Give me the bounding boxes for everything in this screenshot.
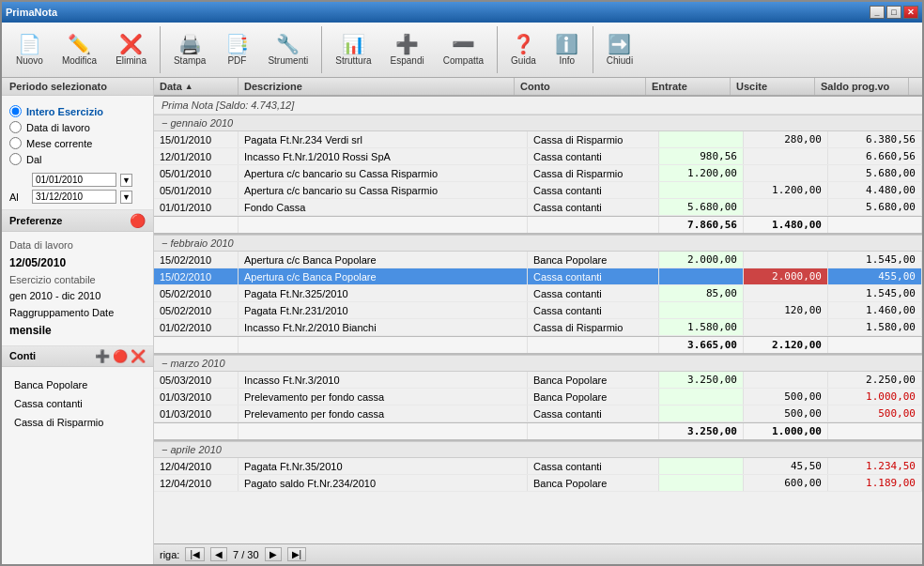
cell-conto: Cassa di Risparmio — [528, 165, 659, 181]
info-icon: ℹ️ — [555, 35, 578, 54]
cell-desc: Pagato saldo Ft.Nr.234/2010 — [239, 475, 528, 491]
cell-uscite — [744, 165, 828, 181]
nav-next-button[interactable]: ▶ — [265, 547, 282, 561]
conti-item-banca-popolare[interactable]: Banca Popolare — [9, 376, 146, 393]
table-row[interactable]: 15/02/2010 Apertura c/c Banca Popolare B… — [154, 252, 922, 268]
nav-last-button[interactable]: ▶| — [287, 547, 307, 561]
riga-label: riga: — [160, 549, 179, 560]
cell-entrate — [659, 389, 744, 405]
dal-dropdown[interactable]: ▼ — [120, 174, 132, 187]
cell-date: 15/01/2010 — [154, 131, 239, 147]
cell-uscite: 120,00 — [744, 302, 828, 318]
conti-item-cassa-contanti[interactable]: Cassa contanti — [9, 395, 146, 412]
dal-input[interactable] — [32, 173, 116, 187]
cell-uscite — [744, 148, 828, 164]
cell-entrate: 980,56 — [659, 148, 744, 164]
prima-nota-header: Prima Nota [Saldo: 4.743,12] — [154, 97, 922, 115]
minimize-button[interactable]: _ — [870, 6, 885, 19]
nuovo-icon: 📄 — [18, 35, 41, 54]
page-info: 7 / 30 — [233, 549, 259, 560]
cell-uscite: 600,00 — [744, 475, 828, 491]
cell-desc: Prelevamento per fondo cassa — [239, 405, 528, 421]
table-row[interactable]: 12/04/2010 Pagato saldo Ft.Nr.234/2010 B… — [154, 475, 922, 492]
chiudi-button[interactable]: ➡️ Chiudi — [598, 30, 641, 70]
cell-conto: Cassa di Risparmio — [528, 131, 659, 147]
cell-desc: Apertura c/c Banca Popolare — [239, 252, 528, 268]
struttura-label: Struttura — [335, 55, 371, 66]
group-expand-icon: − — [162, 358, 167, 369]
espandi-button[interactable]: ➕ Espandi — [382, 30, 433, 70]
nav-prev-button[interactable]: ◀ — [210, 547, 227, 561]
col-conto[interactable]: Conto — [515, 78, 646, 95]
col-data[interactable]: Data ▲ — [154, 78, 239, 95]
nav-first-button[interactable]: |◀ — [185, 547, 205, 561]
elimina-button[interactable]: ❌ Elimina — [107, 30, 155, 70]
cell-desc: Pagata Ft.Nr.231/2010 — [239, 302, 528, 318]
cell-uscite: 2.000,00 — [744, 268, 828, 284]
struttura-button[interactable]: 📊 Struttura — [327, 30, 379, 70]
cell-desc: Prelevamento per fondo cassa — [239, 389, 528, 405]
table-row[interactable]: 05/02/2010 Pagata Ft.Nr.325/2010 Cassa c… — [154, 285, 922, 302]
maximize-button[interactable]: □ — [886, 6, 901, 19]
conti-item-cassa-risparmio[interactable]: Cassa di Risparmio — [9, 414, 146, 431]
table-row[interactable]: 05/01/2010 Apertura c/c bancario su Cass… — [154, 165, 922, 182]
radio-data-lavoro[interactable]: Data di lavoro — [9, 121, 146, 133]
stampa-label: Stampa — [174, 55, 206, 66]
al-input[interactable] — [32, 190, 116, 204]
grid-body[interactable]: Prima Nota [Saldo: 4.743,12] − gennaio 2… — [154, 97, 922, 543]
guida-button[interactable]: ❓ Guida — [502, 30, 545, 70]
col-entrate[interactable]: Entrate — [646, 78, 731, 95]
cell-saldo: 2.250,00 — [828, 372, 922, 388]
col-uscite[interactable]: Uscite — [731, 78, 815, 95]
cell-desc: Incasso Ft.Nr.2/2010 Bianchi — [239, 319, 528, 335]
table-row[interactable]: 01/02/2010 Incasso Ft.Nr.2/2010 Bianchi … — [154, 319, 922, 336]
table-row[interactable]: 01/03/2010 Prelevamento per fondo cassa … — [154, 389, 922, 405]
subtotal-saldo — [828, 217, 922, 233]
cell-desc: Incasso Ft.Nr.3/2010 — [239, 372, 528, 388]
cell-date: 01/03/2010 — [154, 405, 239, 421]
cell-date: 15/02/2010 — [154, 268, 239, 284]
cell-desc: Pagata Ft.Nr.234 Verdi srl — [239, 131, 528, 147]
nuovo-button[interactable]: 📄 Nuovo — [8, 30, 52, 70]
col-descrizione[interactable]: Descrizione — [239, 78, 515, 95]
cell-date: 01/03/2010 — [154, 389, 239, 405]
stampa-button[interactable]: 🖨️ Stampa — [165, 30, 214, 70]
close-button[interactable]: ✕ — [903, 6, 918, 19]
table-row[interactable]: 05/01/2010 Apertura c/c bancario su Cass… — [154, 182, 922, 199]
cell-desc: Apertura c/c Banca Popolare — [239, 268, 528, 284]
info-button[interactable]: ℹ️ Info — [547, 30, 588, 70]
strumenti-label: Strumenti — [268, 55, 308, 66]
radio-mese-corrente[interactable]: Mese corrente — [9, 137, 146, 149]
cell-entrate: 5.680,00 — [659, 199, 744, 215]
conti-edit-icon[interactable]: 🔴 — [113, 349, 128, 363]
cell-saldo: 1.580,00 — [828, 319, 922, 335]
subtotal-conto — [528, 217, 659, 233]
radio-dal[interactable]: Dal — [9, 153, 146, 165]
cell-saldo: 1.460,00 — [828, 302, 922, 318]
data-lavoro-value: 12/05/2010 — [9, 254, 146, 272]
table-row[interactable]: 01/01/2010 Fondo Cassa Cassa contanti 5.… — [154, 199, 922, 216]
col-saldo[interactable]: Saldo prog.vo — [815, 78, 909, 95]
table-row[interactable]: 15/01/2010 Pagata Ft.Nr.234 Verdi srl Ca… — [154, 131, 922, 148]
al-dropdown[interactable]: ▼ — [120, 191, 132, 204]
subtotal-date — [154, 423, 239, 439]
pdf-icon: 📑 — [225, 35, 249, 54]
conti-delete-icon[interactable]: ❌ — [131, 349, 146, 363]
conti-add-icon[interactable]: ➕ — [95, 349, 110, 363]
table-row[interactable]: 12/01/2010 Incasso Ft.Nr.1/2010 Rossi Sp… — [154, 148, 922, 165]
pdf-button[interactable]: 📑 PDF — [216, 30, 257, 70]
subtotal-gennaio: 7.860,56 1.480,00 — [154, 216, 922, 235]
table-row[interactable]: 15/02/2010 Apertura c/c Banca Popolare C… — [154, 268, 922, 285]
cell-date: 15/02/2010 — [154, 252, 239, 268]
radio-intero-esercizio[interactable]: Intero Esercizio — [9, 105, 146, 117]
table-row[interactable]: 12/04/2010 Pagata Ft.Nr.35/2010 Cassa co… — [154, 458, 922, 475]
strumenti-button[interactable]: 🔧 Strumenti — [259, 30, 316, 70]
compatta-button[interactable]: ➖ Compatta — [435, 30, 492, 70]
toolbar: 📄 Nuovo ✏️ Modifica ❌ Elimina 🖨️ Stampa … — [2, 23, 922, 78]
table-row[interactable]: 01/03/2010 Prelevamento per fondo cassa … — [154, 405, 922, 422]
modifica-button[interactable]: ✏️ Modifica — [54, 30, 105, 70]
table-row[interactable]: 05/03/2010 Incasso Ft.Nr.3/2010 Banca Po… — [154, 372, 922, 389]
table-row[interactable]: 05/02/2010 Pagata Ft.Nr.231/2010 Cassa c… — [154, 302, 922, 319]
toolbar-separator-1 — [160, 26, 161, 73]
subtotal-desc — [239, 423, 528, 439]
